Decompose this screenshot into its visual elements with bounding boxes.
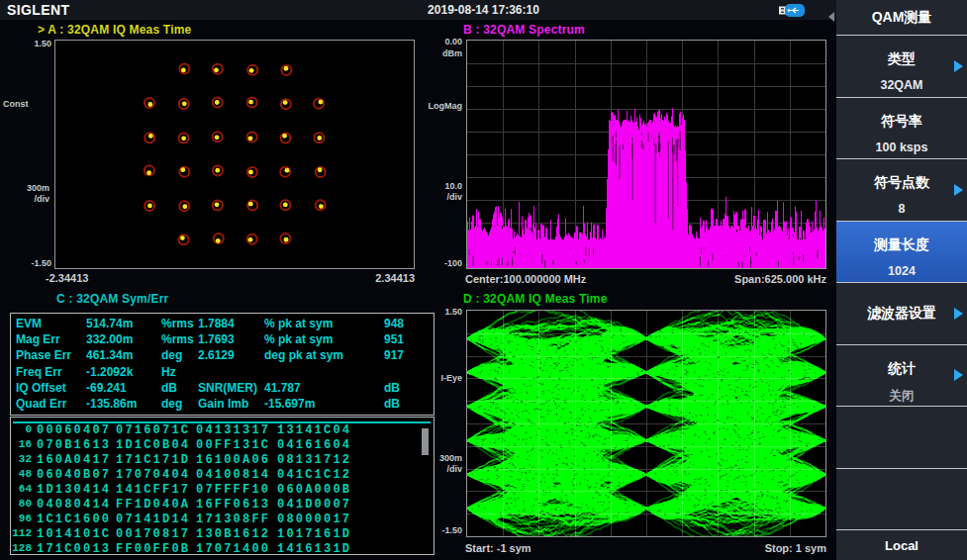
usb-icon bbox=[779, 3, 805, 16]
symerr-cell: EVM bbox=[16, 317, 42, 330]
d-y-div: 300m bbox=[423, 453, 462, 463]
symerr-cell: dB bbox=[161, 381, 177, 395]
hex-group: 00FF131C bbox=[196, 438, 270, 452]
symerr-row: Phase Err461.34mdeg2.6129deg pk at sym91… bbox=[11, 348, 434, 364]
datetime: 2019-08-14 17:36:10 bbox=[0, 3, 967, 17]
b-y-unit: dBm bbox=[423, 48, 462, 58]
hex-group: 04100814 bbox=[196, 468, 270, 482]
softkey-menu: QAM测量 类型32QAM符号率100 ksps符号点数8测量长度1024滤波器… bbox=[836, 0, 967, 560]
symerr-cell: 1.7884 bbox=[198, 317, 235, 330]
symerr-cell: 917 bbox=[384, 348, 404, 362]
hex-group: 171C0013 bbox=[37, 542, 111, 556]
hex-group: 00170817 bbox=[116, 527, 190, 541]
softkey-label: 统计 bbox=[836, 360, 967, 378]
hex-group: 1017161D bbox=[277, 527, 351, 541]
softkey-label: 测量长度 bbox=[836, 236, 967, 254]
softkey-测量长度[interactable]: 测量长度1024 bbox=[836, 221, 967, 283]
symerr-cell: %rms bbox=[161, 332, 194, 346]
d-x-start: Start: -1 sym bbox=[465, 542, 532, 554]
symerr-cell: % pk at sym bbox=[264, 332, 333, 346]
hex-row: 4806040B071707040404100814041C1C12 bbox=[11, 468, 434, 483]
hex-group: 00060407 bbox=[37, 423, 111, 437]
b-y-bottom: -100 bbox=[423, 258, 462, 268]
a-y-bottom: -1.50 bbox=[14, 258, 51, 268]
submenu-arrow-icon bbox=[954, 184, 963, 196]
sidebar-items: 类型32QAM符号率100 ksps符号点数8测量长度1024滤波器设置统计关闭 bbox=[836, 35, 967, 529]
softkey-value: 100 ksps bbox=[836, 140, 967, 154]
instrument-screen: SIGLENT 2019-08-14 17:36:10 > A : 32QAM … bbox=[0, 0, 967, 560]
hex-index: 128 bbox=[11, 542, 32, 554]
symerr-cell: Freq Err bbox=[16, 365, 62, 379]
symbol-hex-table: 0000604070716071C0413131713141C0416070B1… bbox=[10, 417, 435, 555]
symerr-row: Freq Err-1.2092kHz bbox=[11, 365, 434, 381]
symerr-cell: dB bbox=[384, 397, 400, 411]
softkey-滤波器设置[interactable]: 滤波器设置 bbox=[836, 282, 967, 344]
b-y-div-unit: /div bbox=[423, 192, 462, 202]
symerr-table: EVM514.74m%rms1.7884% pk at sym948Mag Er… bbox=[10, 313, 435, 416]
panel-a-title: > A : 32QAM IQ Meas Time bbox=[38, 23, 191, 37]
hex-group: 17071400 bbox=[196, 542, 270, 556]
symerr-cell: dB bbox=[384, 381, 400, 395]
softkey-类型[interactable]: 类型32QAM bbox=[836, 35, 967, 97]
symerr-cell: SNR(MER) bbox=[198, 381, 257, 395]
hex-group: 13141C04 bbox=[277, 423, 351, 437]
hex-row: 0000604070716071C0413131713141C04 bbox=[11, 423, 434, 438]
hex-group: 07FFFF10 bbox=[196, 483, 270, 497]
eye-diagram-plot bbox=[466, 310, 826, 537]
d-x-stop: Stop: 1 sym bbox=[688, 542, 826, 554]
hex-index: 16 bbox=[11, 438, 32, 450]
symerr-cell: -15.697m bbox=[264, 397, 315, 411]
softkey-label: 符号率 bbox=[836, 113, 967, 131]
hex-row: 1121014101C00170817130B16121017161D bbox=[11, 527, 434, 542]
hex-index: 32 bbox=[11, 453, 32, 465]
local-button[interactable]: Local bbox=[836, 529, 967, 560]
hex-index: 96 bbox=[11, 513, 32, 524]
hex-group: 130B1612 bbox=[196, 527, 270, 541]
hex-group: 141CFF17 bbox=[116, 483, 190, 497]
hex-group: 04161604 bbox=[277, 438, 351, 452]
symerr-cell: 2.6129 bbox=[198, 348, 235, 362]
symerr-cell: -1.2092k bbox=[86, 365, 133, 379]
d-y-div-unit: /div bbox=[423, 464, 462, 474]
hex-group: 160A0417 bbox=[37, 453, 111, 467]
b-y-top: 0.00 bbox=[423, 37, 462, 47]
hex-group: 16100A06 bbox=[196, 453, 270, 467]
softkey-统计[interactable]: 统计关闭 bbox=[836, 344, 967, 407]
symerr-cell: deg bbox=[161, 348, 182, 362]
hex-index: 0 bbox=[11, 423, 32, 435]
symerr-cell: % pk at sym bbox=[264, 317, 333, 330]
hex-index: 64 bbox=[11, 483, 32, 495]
hex-group: 041D0007 bbox=[277, 498, 351, 512]
symerr-cell: Hz bbox=[161, 365, 176, 379]
hex-group: 171308FF bbox=[196, 513, 270, 526]
softkey-label: 滤波器设置 bbox=[836, 283, 967, 344]
menu-collapse-icon[interactable] bbox=[828, 12, 834, 22]
d-y-bottom: -1.50 bbox=[423, 525, 462, 535]
hex-group: 041C1C12 bbox=[277, 468, 351, 482]
symerr-cell: Phase Err bbox=[16, 348, 71, 362]
hex-row: 8004080414FF1D040A16FF0613041D0007 bbox=[11, 498, 434, 513]
hex-group: 08000017 bbox=[277, 513, 351, 526]
hex-group: 04080414 bbox=[37, 498, 111, 512]
softkey-符号率[interactable]: 符号率100 ksps bbox=[836, 97, 967, 159]
hex-group: 06040B07 bbox=[37, 468, 111, 482]
symerr-cell: Gain Imb bbox=[198, 397, 248, 411]
hex-group: 1014101C bbox=[37, 527, 111, 541]
symerr-row: IQ Offset-69.241dBSNR(MER)41.787dB bbox=[11, 381, 434, 397]
b-y-mid: LogMag bbox=[419, 101, 462, 111]
softkey-符号点数[interactable]: 符号点数8 bbox=[836, 158, 967, 221]
symerr-cell: 41.787 bbox=[264, 381, 301, 395]
submenu-arrow-icon bbox=[954, 308, 963, 320]
a-y-top: 1.50 bbox=[18, 39, 51, 48]
hex-group: 070B1613 bbox=[37, 438, 111, 452]
a-y-div: 300m bbox=[16, 183, 49, 193]
panel-b-title: B : 32QAM Spectrum bbox=[463, 23, 585, 37]
symerr-row: Quad Err-135.86mdegGain Imb-15.697mdB bbox=[11, 397, 434, 413]
hex-index: 48 bbox=[11, 468, 32, 480]
symerr-cell: %rms bbox=[161, 317, 194, 330]
symerr-cell: 951 bbox=[384, 332, 404, 346]
a-x-left: -2.34413 bbox=[46, 272, 88, 284]
hex-row: 32160A0417171C171D16100A0608131712 bbox=[11, 453, 434, 468]
softkey-value: 1024 bbox=[836, 264, 967, 278]
symerr-row: EVM514.74m%rms1.7884% pk at sym948 bbox=[11, 317, 434, 332]
